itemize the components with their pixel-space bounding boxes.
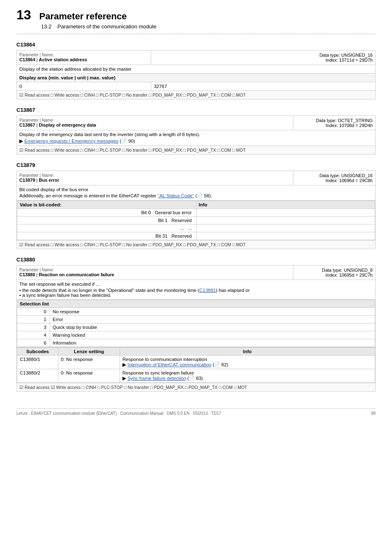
c13880-selection-container: Selection list 0 No response 1 Error 3 Q…	[17, 300, 376, 347]
sync-frame-link[interactable]: Sync frame failure detection	[127, 376, 186, 381]
c13879-al-status-link[interactable]: "AL Status Code"	[158, 193, 194, 198]
c13879-bit-table: Value is bit-coded: Info Bit 0 General b…	[17, 201, 375, 240]
subcodes-header-row: Subcodes Lenze setting Info	[17, 348, 375, 356]
subcode-2-info: Response to sync telegram failure ▶ Sync…	[120, 369, 375, 383]
c13864-display-value: 0	[17, 82, 151, 91]
selection-list-label: Selection list	[17, 300, 375, 308]
c13881-link[interactable]: C13881	[199, 288, 216, 293]
page-footer: Lenze · E84AYCET communication module (E…	[16, 408, 376, 416]
param-id-name-c13880: C13880 | Reaction on communication failu…	[19, 272, 291, 277]
c13867-link[interactable]: Emergency requests / Emergency messages	[24, 139, 118, 143]
c13867-access-row: ☑ Read access □ Write access □ CINH □ PL…	[17, 146, 376, 155]
param-label-c13880: Parameter | Name:	[19, 268, 291, 272]
param-id-name-c13879: C13879 | Bus error	[19, 178, 291, 183]
c13879-description: Bit coded display of the bus error Addit…	[17, 185, 376, 201]
bit-row-31: Bit 31 Reserved	[17, 232, 375, 240]
c13864-description: Display of the station address allocated…	[17, 65, 376, 74]
section-c13880-label: C13880	[16, 257, 376, 263]
param-label-c13867: Parameter | Name:	[19, 118, 291, 123]
section-c13864-label: C13864	[16, 42, 376, 48]
subcodes-col1: Subcodes	[17, 348, 58, 356]
footer-left: Lenze · E84AYCET communication module (E…	[16, 411, 221, 416]
section-c13879-label: C13879	[16, 162, 376, 168]
selection-row-6: 6 Information	[17, 339, 375, 347]
subcode-2-code: C13880/2	[17, 369, 58, 383]
c13879-table: Parameter | Name: C13879 | Bus error Dat…	[16, 171, 376, 249]
param-label-c13879: Parameter | Name:	[19, 173, 291, 178]
page-header: 13 Parameter reference	[16, 8, 376, 22]
bit-row-ellipsis: ... ...	[17, 224, 375, 232]
index-c13864: Index: 10711d = 29D7h	[154, 58, 373, 62]
footer-right: 99	[371, 411, 376, 416]
c13867-description: Display of the emergency data last sent …	[17, 130, 376, 146]
c13880-subcodes-container: Subcodes Lenze setting Info C13880/1 0: …	[17, 347, 376, 383]
bit-table-col1-header: Value is bit-coded:	[17, 201, 196, 209]
data-type-c13867: Data type: OCTET_STRING	[296, 118, 373, 123]
selection-row-3: 3 Quick stop by trouble	[17, 324, 375, 331]
param-label-c13864: Parameter | Name:	[19, 53, 148, 57]
subcodes-col3: Info	[120, 348, 375, 356]
selection-row-0: 0 No response	[17, 308, 375, 316]
c13864-display-area-label: Display area (min. value | unit | max. v…	[17, 74, 376, 82]
c13864-display-max: 32767	[151, 82, 376, 91]
subcodes-col2: Lenze setting	[58, 348, 120, 356]
c13880-subcodes-table: Subcodes Lenze setting Info C13880/1 0: …	[17, 347, 375, 383]
data-type-c13880: Data type: UNSIGNED_8	[296, 268, 373, 273]
subcode-1-lenze: 0: No response	[58, 356, 120, 369]
subcode-row-1: C13880/1 0: No response Response to comm…	[17, 356, 375, 369]
subcode-1-code: C13880/1	[17, 356, 58, 369]
selection-row-4: 4 Warning locked	[17, 331, 375, 339]
c13880-description: The set response will be executed if … •…	[17, 280, 376, 300]
chapter-title: Parameter reference	[39, 11, 127, 22]
index-c13880: Index: 10695d = 29C7h	[296, 273, 373, 278]
subcode-1-info: Response to communication interruption ▶…	[120, 356, 375, 369]
sub-heading: 13.2 Parameters of the communication mod…	[41, 23, 376, 30]
param-id-name-c13864: C13864 | Active station address	[19, 57, 148, 62]
subcode-row-2: C13880/2 0: No response Response to sync…	[17, 369, 375, 383]
section-c13867-label: C13867	[16, 107, 376, 113]
index-c13867: Index: 10708d = 29D4h	[296, 123, 373, 128]
section-divider	[16, 34, 376, 34]
bit-table-col2-header: Info	[196, 201, 375, 209]
selection-row-1: 1 Error	[17, 316, 375, 324]
c13879-bit-table-container: Value is bit-coded: Info Bit 0 General b…	[17, 201, 376, 240]
c13864-table: Parameter | Name: C13864 | Active statio…	[16, 50, 376, 99]
c13864-access-row: ☑ Read access □ Write access □ CINH □ PL…	[17, 91, 376, 99]
c13880-selection-table: Selection list 0 No response 1 Error 3 Q…	[17, 300, 375, 347]
index-c13879: Index: 10696d = 29C8h	[296, 178, 373, 183]
c13879-access-row: ☑ Read access □ Write access □ CINH □ PL…	[17, 240, 376, 249]
param-id-name-c13867: C13867 | Display of emergency data	[19, 123, 291, 127]
selection-header-row: Selection list	[17, 300, 375, 308]
chapter-number: 13	[16, 8, 31, 21]
c13880-table: Parameter | Name: C13880 | Reaction on c…	[16, 265, 376, 392]
c13867-table: Parameter | Name: C13867 | Display of em…	[16, 116, 376, 155]
c13880-access-row: ☑ Read access ☑ Write access □ CINH □ PL…	[17, 383, 376, 392]
data-type-c13879: Data type: UNSIGNED_16	[296, 173, 373, 178]
ethercat-comm-link[interactable]: Interruption of EtherCAT communication	[127, 362, 211, 367]
bit-row-1: Bit 1 Reserved	[17, 217, 375, 224]
data-type-c13864: Data type: UNSIGNED_16	[154, 53, 373, 58]
subcode-2-lenze: 0: No response	[58, 369, 120, 383]
bit-row-0: Bit 0 General bus error	[17, 209, 375, 217]
